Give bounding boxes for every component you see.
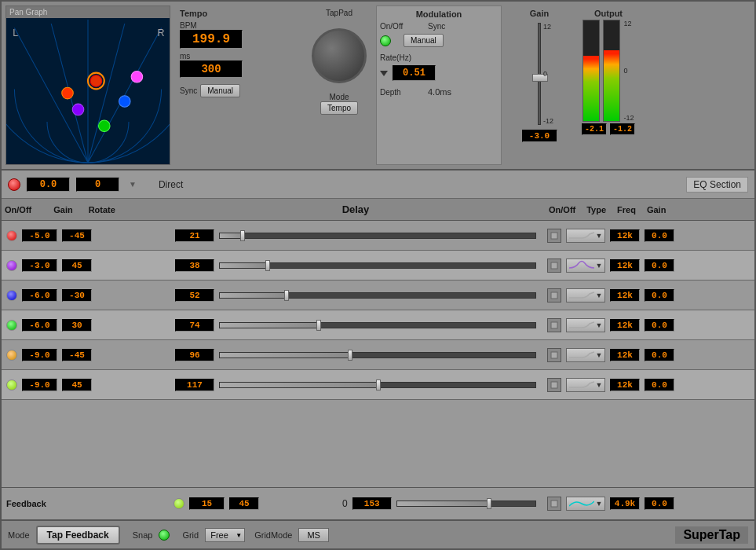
row-delay-thumb-1[interactable] (265, 260, 270, 271)
row-eq-onoff-3[interactable] (547, 318, 561, 332)
tap-feedback-button[interactable]: Tap Feedback (36, 526, 120, 544)
header-eq: On/Off Type Freq Gain (542, 205, 754, 214)
gain-track[interactable] (538, 23, 541, 125)
row-rotate-0[interactable]: -45 (62, 229, 92, 242)
row-gain-4[interactable]: -9.0 (22, 349, 57, 361)
row-eq-freq-5[interactable]: 12k (610, 379, 640, 391)
row-eq-type-0[interactable]: ▼ (566, 229, 605, 243)
mod-rate-down-icon[interactable] (380, 71, 388, 76)
row-gain-1[interactable]: -3.0 (22, 259, 57, 272)
feedback-eq-gain[interactable]: 0.0 (645, 497, 674, 510)
direct-gain-display[interactable]: 0.0 (27, 178, 70, 192)
row-eq-gain-3[interactable]: 0.0 (645, 319, 674, 332)
row-gain-5[interactable]: -9.0 (22, 379, 57, 391)
row-delay-thumb-0[interactable] (240, 230, 245, 241)
gain-section: Gain 12 0 -12 -3.0 (508, 6, 571, 165)
sync-label: Sync (180, 86, 197, 95)
output-right-display[interactable]: -1.2 (610, 123, 635, 135)
feedback-gain-display[interactable]: 15 (189, 497, 225, 510)
row-gain-3[interactable]: -6.0 (22, 319, 57, 332)
row-eq-onoff-4[interactable] (547, 348, 561, 362)
grid-mode-button[interactable]: MS (298, 528, 329, 542)
svg-rect-15 (551, 262, 557, 269)
direct-onoff-led[interactable] (8, 178, 20, 191)
row-eq-type-5[interactable]: ▼ (566, 378, 605, 392)
row-delay-slider-3[interactable] (219, 322, 536, 328)
row-eq-onoff-0[interactable] (547, 229, 561, 243)
feedback-eq-right: ▼ 4.9k 0.0 (542, 497, 754, 511)
row-delay-slider-1[interactable] (219, 262, 536, 269)
row-rotate-5[interactable]: 45 (62, 379, 92, 391)
gain-value-display[interactable]: -3.0 (522, 130, 557, 142)
row-eq-gain-1[interactable]: 0.0 (645, 259, 674, 272)
feedback-delay-display[interactable]: 153 (352, 497, 392, 510)
feedback-eq-freq[interactable]: 4.9k (610, 497, 640, 510)
row-eq-type-2[interactable]: ▼ (566, 288, 605, 302)
row-rotate-1[interactable]: 45 (62, 259, 92, 272)
mod-sync-label: Sync (428, 22, 471, 31)
row-eq-freq-2[interactable]: 12k (610, 289, 640, 302)
row-eq-gain-5[interactable]: 0.0 (645, 379, 674, 391)
tappad-knob[interactable] (312, 28, 367, 83)
row-delay-value-4[interactable]: 96 (175, 349, 214, 361)
row-eq-type-3[interactable]: ▼ (566, 318, 605, 332)
mod-onoff-led[interactable] (380, 35, 391, 46)
row-delay-slider-2[interactable] (219, 292, 536, 299)
meter-fill-left (583, 56, 599, 121)
sync-button[interactable]: Manual (200, 84, 240, 97)
row-gain-2[interactable]: -6.0 (22, 289, 57, 302)
row-rotate-3[interactable]: 30 (62, 319, 92, 332)
row-gain-0[interactable]: -5.0 (22, 229, 57, 242)
row-eq-type-4[interactable]: ▼ (566, 348, 605, 362)
ms-display[interactable]: 300 (180, 60, 243, 78)
row-delay-value-1[interactable]: 38 (175, 259, 214, 272)
row-rotate-4[interactable]: -45 (62, 349, 92, 361)
bpm-display[interactable]: 199.9 (180, 30, 243, 49)
row-eq-onoff-5[interactable] (547, 378, 561, 392)
row-delay-value-0[interactable]: 21 (175, 229, 214, 242)
row-eq-gain-2[interactable]: 0.0 (645, 289, 674, 302)
mode-button[interactable]: Tempo (320, 101, 358, 115)
row-eq-onoff-2[interactable] (547, 288, 561, 302)
row-led-5[interactable] (6, 380, 17, 390)
feedback-led[interactable] (173, 498, 184, 509)
row-eq-freq-0[interactable]: 12k (610, 229, 640, 242)
row-delay-value-3[interactable]: 74 (175, 319, 214, 332)
row-delay-value-5[interactable]: 117 (175, 379, 214, 391)
row-eq-onoff-1[interactable] (547, 258, 561, 273)
row-led-1[interactable] (6, 260, 17, 271)
gain-thumb[interactable] (532, 74, 548, 82)
row-led-2[interactable] (6, 290, 17, 301)
row-delay-value-2[interactable]: 52 (175, 289, 214, 302)
feedback-delay-slider[interactable] (396, 500, 536, 507)
row-eq-gain-0[interactable]: 0.0 (645, 229, 674, 242)
feedback-delay-thumb[interactable] (487, 498, 491, 509)
grid-select[interactable]: Free 1/1 1/2 1/4 1/8 1/16 (205, 528, 245, 542)
mod-sync-button[interactable]: Manual (404, 34, 444, 47)
row-delay-thumb-4[interactable] (348, 350, 352, 361)
row-delay-thumb-3[interactable] (316, 320, 321, 331)
row-eq-freq-3[interactable]: 12k (610, 319, 640, 332)
row-delay-slider-0[interactable] (219, 233, 536, 239)
row-delay-thumb-2[interactable] (284, 290, 289, 301)
row-rotate-2[interactable]: -30 (62, 289, 92, 302)
row-eq-gain-4[interactable]: 0.0 (645, 349, 674, 361)
row-delay-thumb-5[interactable] (376, 380, 381, 390)
feedback-rotate-display[interactable]: 45 (229, 497, 259, 510)
mod-rate-display[interactable]: 0.51 (393, 65, 436, 81)
row-delay-slider-5[interactable] (219, 382, 536, 388)
output-left-display[interactable]: -2.1 (582, 123, 607, 135)
feedback-eq-onoff[interactable] (547, 497, 561, 511)
row-eq-freq-4[interactable]: 12k (610, 349, 640, 361)
direct-rotate-display[interactable]: 0 (76, 178, 119, 192)
row-led-0[interactable] (6, 230, 17, 241)
row-delay-center-3: 74 (169, 319, 542, 332)
feedback-eq-type[interactable]: ▼ (566, 497, 605, 511)
row-led-4[interactable] (6, 350, 17, 361)
svg-line-3 (88, 24, 125, 163)
row-led-3[interactable] (6, 320, 17, 331)
snap-led[interactable] (159, 530, 170, 541)
row-eq-type-1[interactable]: ▼ (566, 258, 605, 273)
row-delay-slider-4[interactable] (219, 352, 536, 358)
row-eq-freq-1[interactable]: 12k (610, 259, 640, 272)
